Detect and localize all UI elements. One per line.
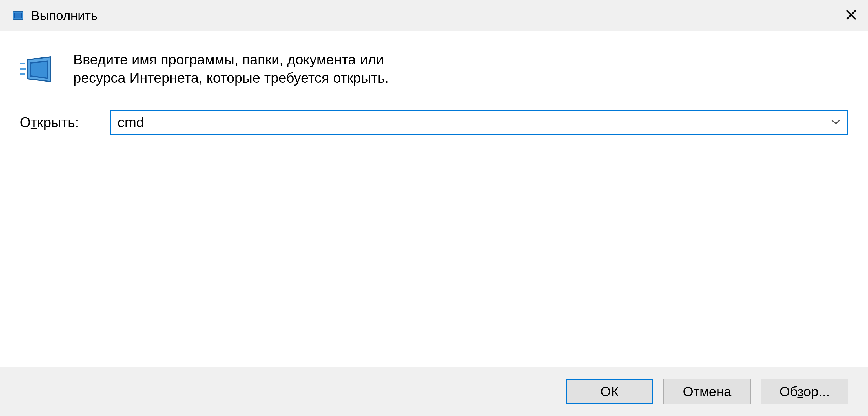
open-input[interactable] [110,110,848,135]
open-label-pre: О [20,114,31,130]
open-label-accel: т [31,114,37,130]
ok-button-label: ОК [600,384,619,400]
body-panel: Введите имя программы, папки, документа … [0,31,868,367]
close-button[interactable] [843,7,860,24]
input-row: Открыть: [20,110,848,135]
titlebar: Выполнить [0,0,868,31]
run-dialog: Выполнить [0,0,868,416]
cancel-button[interactable]: Отмена [663,379,751,404]
ok-button[interactable]: ОК [566,379,653,404]
instruction-row: Введите имя программы, папки, документа … [20,51,848,87]
titlebar-left: Выполнить [11,8,97,23]
instruction-text: Введите имя программы, папки, документа … [73,51,395,87]
open-label-post: крыть: [37,114,79,130]
run-icon [11,9,25,22]
open-label: Открыть: [20,114,110,131]
close-icon [844,8,858,23]
window-title: Выполнить [31,8,97,23]
svg-rect-2 [14,13,22,18]
open-combo[interactable] [110,110,848,135]
browse-button[interactable]: Обзор... [761,379,848,404]
svg-marker-10 [31,62,48,78]
cancel-button-label: Отмена [683,384,731,400]
run-icon-large [20,54,54,87]
button-bar: ОК Отмена Обзор... [0,367,868,416]
browse-button-label: Обзор... [779,384,830,400]
